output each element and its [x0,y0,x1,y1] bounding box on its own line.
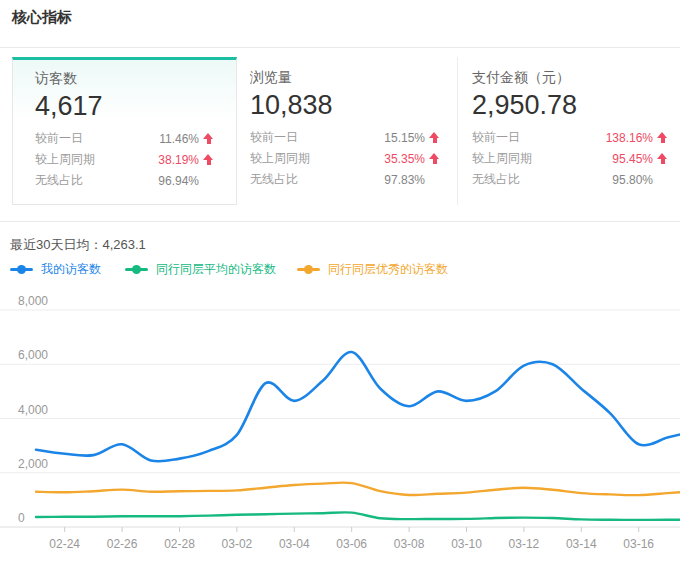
metric-row-label: 较前一日 [250,129,298,146]
x-axis-label: 02-26 [99,537,145,551]
series-line-2 [36,483,680,496]
x-axis-label: 03-04 [271,537,317,551]
metric-row-label: 较前一日 [35,130,83,147]
series-line-1 [36,512,680,520]
y-axis-label: 2,000 [18,457,48,471]
section-divider [0,221,680,222]
metric-label: 访客数 [35,66,216,90]
metric-row-label: 无线占比 [472,171,520,188]
legend-label: 同行同层优秀的访客数 [328,261,448,278]
y-axis-label: 6,000 [18,348,48,362]
trend-up-icon [656,132,670,144]
legend-item-my-visitors[interactable]: 我的访客数 [10,261,101,277]
x-axis-label: 03-08 [386,537,432,551]
metric-row-label: 无线占比 [250,171,298,188]
trend-up-icon [428,153,442,165]
metric-row-value: 95.80% [612,173,653,187]
y-axis-label: 0 [18,511,25,525]
series-line-0 [36,352,680,462]
chart-canvas [0,288,680,562]
x-axis-label: 03-16 [616,537,662,551]
metric-row-label: 较上周同期 [35,151,95,168]
page-title: 核心指标 [12,8,72,27]
metric-row: 无线占比 95.80% [472,169,670,190]
metric-card-visitors[interactable]: 访客数 4,617 较前一日 11.46% 较上周同期 38.19% 无线占比 … [12,57,237,205]
legend-label: 我的访客数 [41,261,101,278]
x-axis-label: 03-02 [214,537,260,551]
x-axis-label: 03-06 [329,537,375,551]
metric-row-label: 较前一日 [472,129,520,146]
trend-none [428,174,442,186]
x-axis-label: 03-10 [444,537,490,551]
x-axis-label: 02-28 [157,537,203,551]
metric-row-value: 15.15% [384,131,425,145]
metric-value: 4,617 [35,90,216,124]
legend-line-dot-icon [297,264,320,274]
metric-row-value: 97.83% [384,173,425,187]
metric-row-label: 较上周同期 [250,150,310,167]
trend-up-icon [656,153,670,165]
metric-row: 较上周同期 95.45% [472,148,670,169]
legend-label: 同行同层平均的访客数 [156,261,276,278]
metric-row-value: 138.16% [606,131,653,145]
metric-row: 较前一日 138.16% [472,127,670,148]
trend-none [202,175,216,187]
metric-row: 较前一日 11.46% [35,128,216,149]
metric-row-value: 95.45% [612,152,653,166]
metric-label: 浏览量 [250,65,442,89]
metric-card-pageviews[interactable]: 浏览量 10,838 较前一日 15.15% 较上周同期 35.35% 无线占比… [237,57,458,205]
trend-up-icon [202,154,216,166]
metric-value: 10,838 [250,89,442,123]
metric-row: 无线占比 96.94% [35,170,216,191]
legend-line-dot-icon [10,264,33,274]
x-axis-label: 03-12 [501,537,547,551]
legend-item-peer-excellent[interactable]: 同行同层优秀的访客数 [297,261,448,277]
trend-up-icon [202,133,216,145]
dashboard-panel: 核心指标 访客数 4,617 较前一日 11.46% 较上周同期 38.19% … [0,0,680,562]
metric-row: 无线占比 97.83% [250,169,442,190]
metric-row-value: 38.19% [158,153,199,167]
visitors-line-chart[interactable]: 02,0004,0006,0008,00002-2402-2602-2803-0… [0,288,680,562]
metric-row-value: 11.46% [159,132,199,146]
trend-none [656,174,670,186]
trend-up-icon [428,132,442,144]
metric-label: 支付金额（元） [472,65,670,89]
x-axis-label: 03-14 [558,537,604,551]
metric-row: 较前一日 15.15% [250,127,442,148]
metric-row: 较上周同期 38.19% [35,149,216,170]
legend-item-peer-average[interactable]: 同行同层平均的访客数 [125,261,276,277]
metric-card-payment[interactable]: 支付金额（元） 2,950.78 较前一日 138.16% 较上周同期 95.4… [458,57,680,205]
metric-row-label: 较上周同期 [472,150,532,167]
y-axis-label: 8,000 [18,294,48,308]
metric-value: 2,950.78 [472,89,670,123]
metric-row-value: 96.94% [158,174,199,188]
legend-line-dot-icon [125,264,148,274]
metric-row-label: 无线占比 [35,172,83,189]
metric-row: 较上周同期 35.35% [250,148,442,169]
metric-row-value: 35.35% [384,152,425,166]
header-divider [0,47,680,48]
avg-30d-text: 最近30天日均：4,263.1 [10,236,146,254]
x-axis-label: 02-24 [42,537,88,551]
y-axis-label: 4,000 [18,403,48,417]
